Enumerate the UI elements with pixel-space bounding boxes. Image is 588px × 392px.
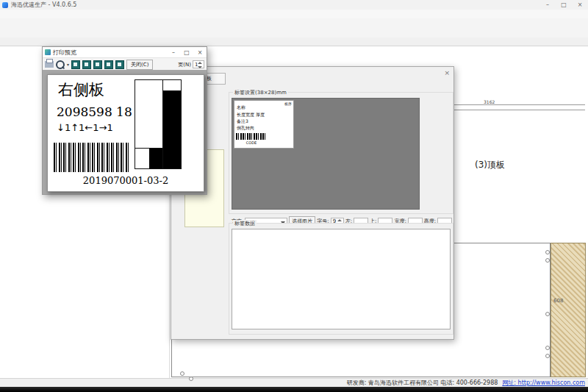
page-layout-icon[interactable] (71, 60, 80, 69)
drill-hole (545, 346, 550, 350)
window-controls: – □ × (539, 0, 588, 10)
preview-close-dialog-button[interactable]: 关闭(C) (126, 60, 153, 70)
label-template[interactable]: 板序 名称 长度宽度 厚度 备注3 倒孔转向 CODE (234, 100, 294, 149)
sogou-logo-icon[interactable]: S (517, 149, 528, 160)
label-barcode (54, 143, 130, 172)
drill-hole (545, 354, 550, 358)
close-button[interactable]: × (572, 0, 588, 10)
page-layout-icon[interactable] (82, 60, 91, 69)
page-number-control: 页(N) 1 (178, 60, 204, 68)
label-edge-banding: ↓1↑1←1→1 (57, 122, 113, 133)
print-icon[interactable] (45, 61, 54, 68)
preview-app-icon (45, 49, 51, 55)
label-data-title: 标签数据 (233, 220, 257, 227)
template-code-field: CODE (234, 140, 268, 145)
label-print-dialog: × 保存模板 标签设置(38×28)mm 板序 名称 长度宽度 厚度 备注3 倒… (171, 66, 454, 340)
print-preview-window: 打印预览 – □ × ▾ 关闭(C) 页(N) 1 (42, 46, 207, 195)
drill-hole (545, 250, 550, 254)
preview-page-area: 右侧板 2098598 18 ↓1↑1←1→1 2019070001-03-2 (43, 70, 207, 194)
strip-dimension-label: 608 (553, 298, 563, 304)
app-icon (2, 2, 8, 8)
page-layout-icon[interactable] (115, 60, 124, 69)
view-tabs (0, 38, 588, 46)
template-barcode (236, 133, 267, 140)
drill-hole (189, 377, 193, 381)
label-data-grid (232, 229, 451, 329)
preview-titlebar: 打印预览 – □ × (43, 47, 207, 58)
vendor-website-link[interactable]: 网址: http://www.hiscon.com (502, 379, 585, 387)
dimension-label: 3162 (482, 99, 496, 104)
preview-title: 打印预览 (53, 49, 76, 57)
window-title: 海迅优速生产 - V4.0.6.5 (11, 1, 76, 9)
main-toolbar (0, 18, 588, 38)
label-part-name: 右侧板 (58, 79, 104, 100)
page-layout-icon[interactable] (104, 60, 113, 69)
template-name-field: 名称 (237, 104, 245, 111)
preview-minimize-button[interactable]: – (167, 49, 180, 56)
page-layout-icon[interactable] (93, 60, 102, 69)
preview-close-button[interactable]: × (193, 49, 207, 56)
vendor-info: 研发商: 青岛海迅软件工程有限公司 电话: 400-666-2988 (347, 379, 498, 387)
zoom-icon[interactable] (56, 60, 65, 69)
preview-maximize-button[interactable]: □ (180, 49, 193, 56)
preview-window-controls: – □ × (167, 49, 207, 56)
template-note-field: 备注3 (237, 118, 248, 125)
app-window: 海迅优速生产 - V4.0.6.5 – □ × 3162 (3)顶板 608 S (0, 0, 588, 392)
page-number-spinner[interactable]: 1 (193, 60, 204, 68)
minimize-button[interactable]: – (539, 0, 556, 10)
template-corner-field: 板序 (284, 101, 292, 106)
template-size-field: 长度宽度 厚度 (237, 112, 265, 118)
drill-hole (545, 258, 550, 263)
panel-name-label: (3)顶板 (475, 159, 505, 171)
cutting-layout-thumbnail (135, 79, 182, 169)
zoom-dropdown-caret-icon[interactable]: ▾ (67, 62, 69, 67)
page-label: 页(N) (178, 61, 191, 68)
label-preview-page: 右侧板 2098598 18 ↓1↑1←1→1 2019070001-03-2 (47, 74, 204, 192)
ime-toolbar: S (517, 149, 529, 160)
remnant-strip (551, 243, 586, 377)
label-barcode-number: 2019070001-03-2 (48, 175, 204, 186)
statusbar: 研发商: 青岛海迅软件工程有限公司 电话: 400-666-2988 网址: h… (0, 378, 588, 387)
label-design-canvas[interactable]: 板序 名称 长度宽度 厚度 备注3 倒孔转向 CODE (232, 98, 420, 210)
drill-hole (180, 371, 184, 376)
label-settings-title: 标签设置(38×28)mm (233, 89, 288, 96)
taskbar-strip (0, 387, 588, 392)
label-dimensions: 2098598 18 (57, 104, 132, 119)
titlebar: 海迅优速生产 - V4.0.6.5 – □ × (0, 0, 588, 10)
dialog-close-icon[interactable]: × (444, 69, 450, 76)
template-rotate-field: 倒孔转向 (237, 125, 254, 132)
maximize-button[interactable]: □ (556, 0, 572, 10)
drill-hole (545, 312, 550, 316)
